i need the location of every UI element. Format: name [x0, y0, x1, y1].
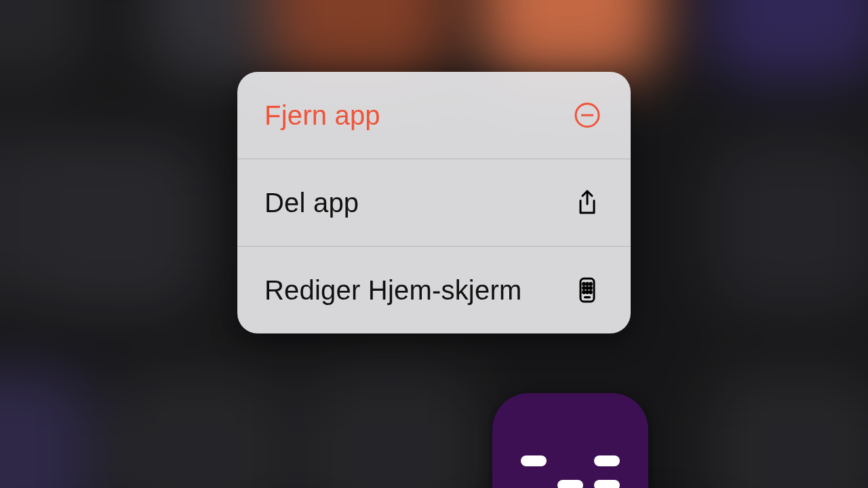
blurred-app-tile: [0, 369, 91, 488]
svg-point-10: [587, 291, 589, 293]
blurred-app-tile: [707, 135, 869, 314]
svg-rect-12: [584, 296, 591, 298]
blurred-app-tile: [106, 369, 286, 488]
svg-point-7: [587, 287, 589, 289]
app-icon-glyph: [521, 455, 620, 488]
svg-point-11: [590, 291, 592, 293]
blurred-app-tile: [0, 0, 91, 81]
menu-item-label: Rediger Hjem-skjerm: [264, 275, 521, 306]
edit-home-screen-icon: [571, 274, 604, 306]
app-context-menu: Fjern app Del app Rediger Hjem-skjerm: [237, 72, 631, 333]
menu-item-label: Fjern app: [264, 100, 380, 131]
blurred-app-tile: [707, 0, 869, 81]
menu-item-remove-app[interactable]: Fjern app: [237, 72, 631, 159]
svg-point-6: [583, 287, 585, 289]
remove-circle-icon: [571, 99, 604, 131]
menu-item-share-app[interactable]: Del app: [237, 159, 631, 246]
svg-point-5: [590, 283, 592, 285]
blurred-app-tile: [707, 369, 869, 488]
share-icon: [571, 186, 604, 219]
blurred-app-tile: [481, 0, 660, 81]
svg-point-4: [587, 283, 589, 285]
svg-point-8: [590, 287, 592, 289]
focused-app-icon[interactable]: [492, 393, 648, 488]
menu-item-edit-home-screen[interactable]: Rediger Hjem-skjerm: [237, 246, 631, 333]
blurred-app-tile: [302, 369, 481, 488]
blurred-app-tile: [271, 0, 450, 81]
svg-point-3: [583, 283, 585, 285]
menu-item-label: Del app: [264, 188, 359, 218]
svg-point-9: [583, 291, 585, 293]
blurred-app-tile: [28, 135, 208, 314]
